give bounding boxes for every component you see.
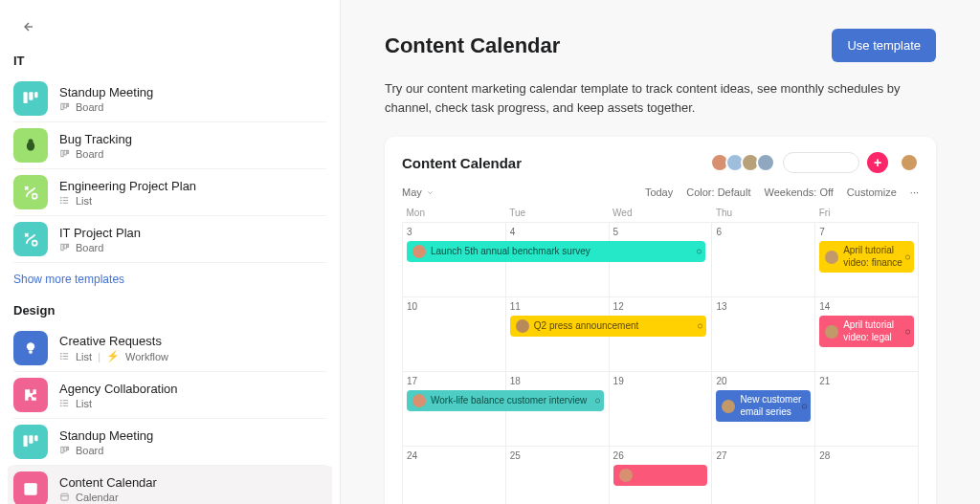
today-button[interactable]: Today <box>645 186 673 198</box>
calendar-cell[interactable]: 14April tutorial video: legal <box>815 297 919 372</box>
search-input[interactable] <box>783 152 859 173</box>
svg-point-17 <box>60 200 61 201</box>
svg-rect-38 <box>29 435 33 443</box>
avatar <box>722 400 735 413</box>
svg-rect-6 <box>67 103 68 106</box>
calendar-cell[interactable]: 6 <box>712 223 815 297</box>
board-icon <box>59 148 70 159</box>
main-panel: Content Calendar Use template Try our co… <box>341 0 980 504</box>
calendar-cell[interactable]: 3Launch 5th annual benchmark survey <box>403 223 506 297</box>
template-icon <box>13 331 48 365</box>
calendar-event[interactable]: Q2 press announcement <box>510 316 707 337</box>
svg-point-18 <box>60 203 61 204</box>
calendar-controls: Today Color: Default Weekends: Off Custo… <box>645 186 919 198</box>
template-item[interactable]: Standup MeetingBoard <box>13 419 326 466</box>
sidebar: ITStandup MeetingBoardBug TrackingBoardE… <box>0 0 341 504</box>
avatar <box>756 153 775 172</box>
template-icon <box>13 222 48 256</box>
template-item[interactable]: Agency CollaborationList <box>13 372 326 419</box>
svg-rect-37 <box>24 435 28 447</box>
current-user-avatar[interactable] <box>900 153 919 172</box>
calendar-cell[interactable]: 28 <box>815 447 919 504</box>
template-name: Standup Meeting <box>59 428 153 443</box>
day-header: Fri <box>815 204 919 223</box>
template-name: Content Calendar <box>59 475 157 490</box>
svg-rect-42 <box>67 447 68 449</box>
calendar-event[interactable]: April tutorial video: legal <box>819 316 914 347</box>
template-icon <box>13 128 48 163</box>
board-icon <box>59 101 70 112</box>
template-item[interactable]: Bug TrackingBoard <box>13 122 326 169</box>
calendar-event[interactable]: New customer email series <box>716 390 811 422</box>
template-item[interactable]: Creative RequestsList |⚡Workflow <box>13 325 326 372</box>
avatar <box>825 325 838 339</box>
template-icon <box>13 81 48 116</box>
template-item[interactable]: Standup MeetingBoard <box>13 76 326 122</box>
calendar-cell[interactable]: 26 <box>609 447 712 504</box>
template-description: Try our content marketing calendar templ… <box>385 79 936 118</box>
calendar-cell[interactable]: 25 <box>505 447 609 504</box>
section-heading: Design <box>13 303 326 318</box>
template-name: Engineering Project Plan <box>59 179 196 193</box>
svg-rect-2 <box>29 92 33 99</box>
back-button[interactable] <box>13 13 40 40</box>
day-header: Tue <box>505 204 609 223</box>
calendar-cell[interactable]: 21 <box>815 372 919 447</box>
add-button[interactable]: + <box>867 152 888 173</box>
template-meta: Board <box>59 242 141 253</box>
calendar-cell[interactable]: 27 <box>712 447 815 504</box>
svg-rect-4 <box>61 103 63 109</box>
calendar-cell[interactable]: 10 <box>403 297 506 372</box>
svg-point-12 <box>33 194 37 199</box>
template-icon <box>13 378 48 412</box>
svg-rect-40 <box>61 447 63 452</box>
svg-rect-24 <box>29 351 32 354</box>
color-option[interactable]: Color: Default <box>686 186 750 198</box>
collaborator-avatars <box>714 153 775 172</box>
svg-rect-5 <box>64 103 66 108</box>
svg-rect-9 <box>61 150 63 156</box>
calendar-cell[interactable]: 7April tutorial video: finance <box>815 223 919 297</box>
customize-option[interactable]: Customize <box>847 186 897 198</box>
month-picker[interactable]: May <box>402 186 434 198</box>
weekends-option[interactable]: Weekends: Off <box>765 186 834 198</box>
section-heading: IT <box>13 54 326 68</box>
svg-point-35 <box>60 403 61 404</box>
calendar-cell[interactable]: 24 <box>403 447 506 504</box>
calendar-cell[interactable]: 11Q2 press announcement <box>505 297 609 372</box>
use-template-button[interactable]: Use template <box>832 29 936 62</box>
svg-rect-10 <box>64 150 66 155</box>
template-item[interactable]: Engineering Project PlanList <box>13 169 326 216</box>
template-meta: Calendar <box>59 492 157 503</box>
calendar-cell[interactable]: 17Work-life balance customer interview <box>403 372 506 447</box>
svg-rect-21 <box>64 244 66 249</box>
calendar-grid: MonTueWedThuFri 3Launch 5th annual bench… <box>402 204 919 504</box>
list-icon <box>59 398 70 408</box>
calendar-event[interactable]: April tutorial video: finance <box>819 241 914 273</box>
svg-rect-41 <box>64 447 66 451</box>
svg-point-23 <box>27 342 34 350</box>
svg-rect-39 <box>34 435 37 441</box>
calendar-event[interactable]: Work-life balance customer interview <box>407 390 604 411</box>
calendar-cell[interactable]: 13 <box>712 297 815 372</box>
template-meta: Board <box>59 445 153 456</box>
calendar-event[interactable]: Launch 5th annual benchmark survey <box>407 241 705 262</box>
calendar-cell[interactable]: 19 <box>609 372 712 447</box>
svg-rect-22 <box>67 244 68 247</box>
template-preview-card: Content Calendar + May Today Color: Defa… <box>385 137 936 504</box>
calendar-event[interactable] <box>613 465 708 486</box>
template-item[interactable]: IT Project PlanBoard <box>13 216 326 263</box>
show-more-link[interactable]: Show more templates <box>13 273 326 286</box>
template-icon <box>13 175 48 209</box>
svg-rect-20 <box>61 244 63 250</box>
template-name: IT Project Plan <box>59 226 141 240</box>
template-meta: Board <box>59 101 153 113</box>
template-name: Bug Tracking <box>59 132 132 146</box>
avatar <box>412 394 426 407</box>
list-icon <box>59 195 70 206</box>
more-icon[interactable]: ··· <box>910 186 919 198</box>
template-meta: List |⚡Workflow <box>59 350 168 362</box>
template-item[interactable]: Content CalendarCalendar <box>8 466 332 504</box>
calendar-cell[interactable]: 20New customer email series <box>712 372 815 447</box>
template-name: Agency Collaboration <box>59 382 178 396</box>
